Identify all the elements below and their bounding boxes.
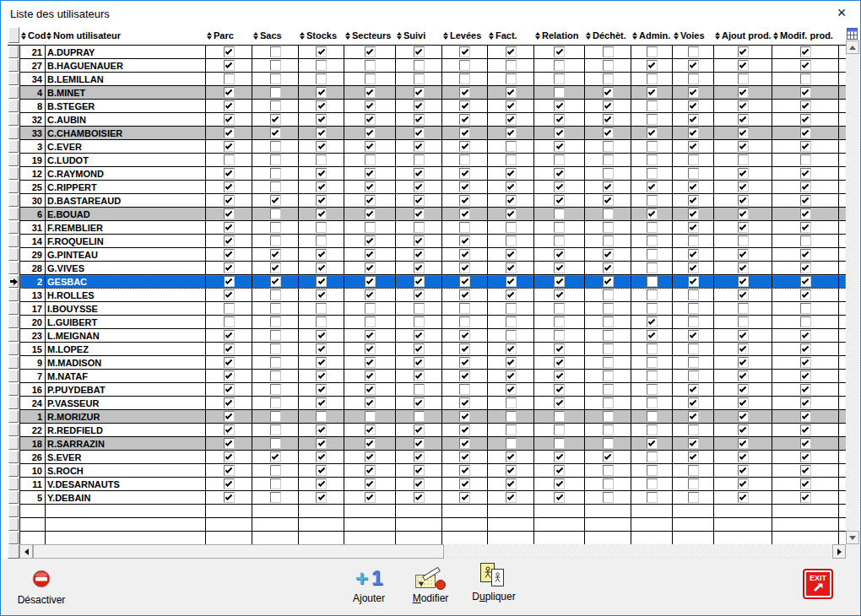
checkbox-voies[interactable] [688, 73, 699, 84]
checkbox-parc[interactable] [224, 397, 235, 408]
checkbox-voies[interactable] [688, 87, 699, 98]
checkbox-dechet[interactable] [603, 478, 614, 489]
checkbox-parc[interactable] [224, 154, 235, 165]
vertical-scrollbar[interactable] [846, 41, 859, 544]
row-selector[interactable] [8, 451, 20, 464]
checkbox-voies[interactable] [688, 370, 699, 381]
checkbox-voies[interactable] [688, 451, 699, 462]
checkbox-sacs[interactable] [270, 127, 281, 138]
checkbox-sacs[interactable] [270, 60, 281, 71]
checkbox-sacs[interactable] [270, 343, 281, 354]
checkbox-ajout-prod[interactable] [738, 235, 749, 246]
checkbox-admin[interactable] [647, 438, 658, 449]
checkbox-levees[interactable] [459, 438, 470, 449]
checkbox-stocks[interactable] [316, 343, 327, 354]
checkbox-admin[interactable] [647, 289, 658, 300]
checkbox-secteurs[interactable] [365, 303, 376, 314]
checkbox-fact[interactable] [506, 235, 517, 246]
checkbox-stocks[interactable] [316, 357, 327, 368]
checkbox-dechet[interactable] [603, 235, 614, 246]
row-selector[interactable] [8, 424, 20, 437]
checkbox-fact[interactable] [506, 73, 517, 84]
checkbox-dechet[interactable] [603, 208, 614, 219]
checkbox-admin[interactable] [647, 411, 658, 422]
row-selector[interactable] [8, 464, 20, 478]
table-row-m-nataf[interactable]: 7M.NATAF [8, 370, 846, 383]
checkbox-levees[interactable] [459, 478, 470, 489]
checkbox-sacs[interactable] [270, 100, 281, 111]
checkbox-suivi[interactable] [414, 424, 425, 435]
checkbox-voies[interactable] [688, 46, 699, 57]
checkbox-ajout-prod[interactable] [738, 276, 749, 287]
checkbox-secteurs[interactable] [365, 195, 376, 206]
checkbox-fact[interactable] [506, 357, 517, 368]
checkbox-relation[interactable] [554, 438, 565, 449]
checkbox-voies[interactable] [688, 384, 699, 395]
checkbox-stocks[interactable] [316, 168, 327, 179]
checkbox-suivi[interactable] [414, 235, 425, 246]
column-header-ajout-prod[interactable]: Ajout prod. [714, 26, 772, 46]
checkbox-dechet[interactable] [603, 222, 614, 233]
table-row-r-sarrazin[interactable]: 18R.SARRAZIN [8, 437, 846, 451]
checkbox-fact[interactable] [506, 343, 517, 354]
checkbox-admin[interactable] [647, 492, 658, 503]
checkbox-sacs[interactable] [270, 330, 281, 341]
checkbox-levees[interactable] [459, 276, 470, 287]
checkbox-modif-prod[interactable] [800, 451, 811, 462]
table-row-v-desarnauts[interactable]: 11V.DESARNAUTS [8, 478, 846, 491]
checkbox-fact[interactable] [506, 316, 517, 327]
checkbox-admin[interactable] [647, 276, 658, 287]
checkbox-levees[interactable] [459, 492, 470, 503]
checkbox-ajout-prod[interactable] [738, 343, 749, 354]
checkbox-dechet[interactable] [603, 411, 614, 422]
table-row-y-debain[interactable]: 5Y.DEBAIN [8, 491, 846, 505]
checkbox-sacs[interactable] [270, 208, 281, 219]
checkbox-dechet[interactable] [603, 168, 614, 179]
checkbox-admin[interactable] [647, 303, 658, 314]
checkbox-modif-prod[interactable] [800, 154, 811, 165]
checkbox-suivi[interactable] [414, 60, 425, 71]
checkbox-levees[interactable] [459, 316, 470, 327]
checkbox-admin[interactable] [647, 249, 658, 260]
row-selector[interactable] [8, 208, 20, 221]
checkbox-modif-prod[interactable] [800, 87, 811, 98]
checkbox-relation[interactable] [554, 289, 565, 300]
checkbox-levees[interactable] [459, 127, 470, 138]
checkbox-voies[interactable] [688, 343, 699, 354]
checkbox-modif-prod[interactable] [800, 100, 811, 111]
checkbox-admin[interactable] [647, 114, 658, 125]
checkbox-modif-prod[interactable] [800, 262, 811, 273]
checkbox-voies[interactable] [688, 478, 699, 489]
checkbox-suivi[interactable] [414, 465, 425, 476]
checkbox-sacs[interactable] [270, 141, 281, 152]
checkbox-ajout-prod[interactable] [738, 438, 749, 449]
checkbox-stocks[interactable] [316, 222, 327, 233]
checkbox-ajout-prod[interactable] [738, 249, 749, 260]
checkbox-relation[interactable] [554, 357, 565, 368]
checkbox-sacs[interactable] [270, 303, 281, 314]
checkbox-ajout-prod[interactable] [738, 73, 749, 84]
checkbox-admin[interactable] [647, 222, 658, 233]
checkbox-voies[interactable] [688, 60, 699, 71]
table-row-b-minet[interactable]: 4B.MINET [8, 86, 846, 100]
checkbox-modif-prod[interactable] [800, 384, 811, 395]
checkbox-modif-prod[interactable] [800, 46, 811, 57]
table-columns-icon[interactable] [847, 28, 858, 40]
checkbox-dechet[interactable] [603, 465, 614, 476]
table-row-f-roquelin[interactable]: 14F.ROQUELIN [8, 235, 846, 248]
checkbox-suivi[interactable] [414, 276, 425, 287]
checkbox-ajout-prod[interactable] [738, 262, 749, 273]
checkbox-admin[interactable] [647, 87, 658, 98]
checkbox-secteurs[interactable] [365, 60, 376, 71]
checkbox-stocks[interactable] [316, 262, 327, 273]
checkbox-dechet[interactable] [603, 249, 614, 260]
checkbox-stocks[interactable] [316, 114, 327, 125]
table-row-s-roch[interactable]: 10S.ROCH [8, 464, 846, 478]
disable-button[interactable]: Désactiver [13, 570, 70, 606]
checkbox-sacs[interactable] [270, 154, 281, 165]
checkbox-stocks[interactable] [316, 316, 327, 327]
row-selector[interactable] [8, 248, 20, 262]
column-header-fact[interactable]: Fact. [488, 26, 534, 46]
checkbox-secteurs[interactable] [365, 46, 376, 57]
checkbox-modif-prod[interactable] [800, 168, 811, 179]
